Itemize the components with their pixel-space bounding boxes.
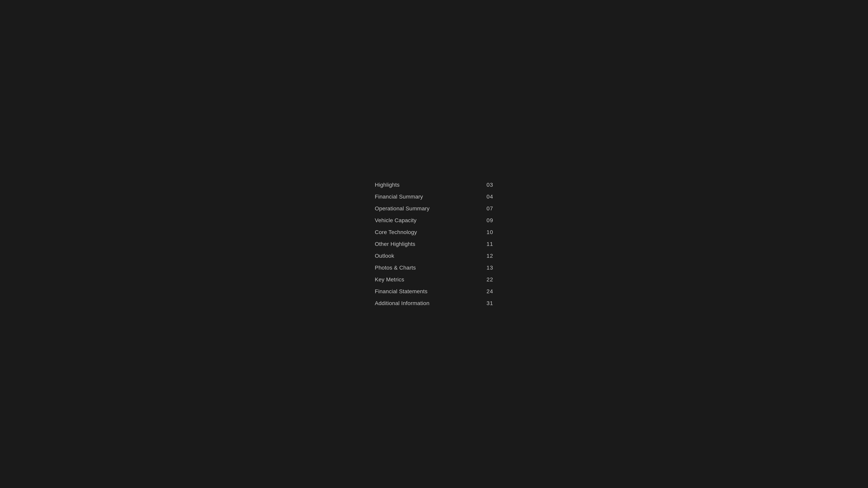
toc-label: Highlights	[375, 182, 400, 188]
toc-row: Financial Summary04	[375, 191, 493, 203]
toc-row: Key Metrics22	[375, 274, 493, 286]
toc-label: Operational Summary	[375, 205, 430, 212]
toc-page-number: 07	[486, 205, 493, 212]
toc-label: Vehicle Capacity	[375, 217, 417, 224]
toc-row: Vehicle Capacity09	[375, 215, 493, 226]
toc-label: Other Highlights	[375, 241, 415, 247]
toc-page-number: 09	[486, 217, 493, 224]
toc-page-number: 22	[486, 276, 493, 283]
toc-row: Other Highlights11	[375, 238, 493, 250]
toc-row: Photos & Charts13	[375, 262, 493, 274]
toc-page-number: 31	[486, 300, 493, 306]
toc-page-number: 10	[486, 229, 493, 235]
toc-row: Additional Information31	[375, 297, 493, 309]
toc-label: Key Metrics	[375, 276, 404, 283]
toc-row: Financial Statements24	[375, 286, 493, 297]
toc-page-number: 13	[486, 265, 493, 271]
toc-row: Outlook12	[375, 250, 493, 262]
toc-page-number: 24	[486, 288, 493, 295]
toc-page-number: 12	[486, 253, 493, 259]
toc-label: Financial Statements	[375, 288, 428, 295]
toc-row: Highlights03	[375, 179, 493, 191]
toc-page-number: 11	[486, 241, 493, 247]
table-of-contents: Highlights03Financial Summary04Operation…	[367, 167, 501, 321]
toc-label: Photos & Charts	[375, 265, 416, 271]
toc-label: Additional Information	[375, 300, 430, 306]
toc-row: Operational Summary07	[375, 203, 493, 215]
toc-row: Core Technology10	[375, 226, 493, 238]
toc-label: Core Technology	[375, 229, 417, 235]
toc-label: Outlook	[375, 253, 394, 259]
toc-page-number: 04	[486, 194, 493, 200]
toc-page-number: 03	[486, 182, 493, 188]
toc-label: Financial Summary	[375, 194, 423, 200]
